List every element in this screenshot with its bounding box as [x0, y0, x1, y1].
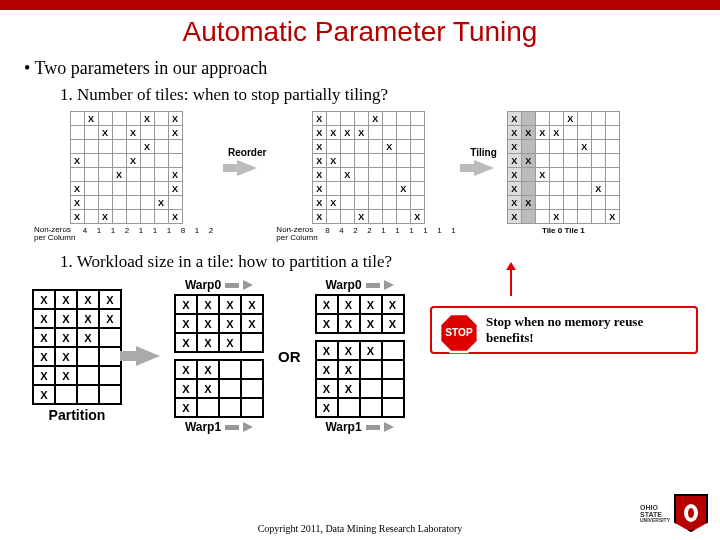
arrow-icon: [243, 422, 253, 432]
nonzeros-B: 8422111111: [320, 226, 460, 235]
slide-title: Automatic Parameter Tuning: [0, 16, 720, 48]
tile-labels: Tile 0 Tile 1: [542, 226, 585, 235]
matrix-C: XXXXXXXXXXXXXXXXXXX: [507, 111, 620, 224]
warp0-matrix-A: XXXXXXXXXXX: [174, 294, 264, 353]
or-label: OR: [278, 348, 301, 365]
osu-shield-icon: [674, 494, 708, 532]
arrow-icon: [384, 422, 394, 432]
warp0-label: Warp0: [185, 278, 221, 292]
matrix-C-block: XXXXXXXXXXXXXXXXXXX Tile 0 Tile 1: [507, 111, 620, 235]
matrix-B: XXXXXXXXXXXXXXXXXXX: [312, 111, 425, 224]
item-1: 1. Number of tiles: when to stop partial…: [60, 85, 696, 105]
warp1-label: Warp1: [185, 420, 221, 434]
warp0-label: Warp0: [325, 278, 361, 292]
stop-sign-icon: STOP: [438, 312, 480, 354]
header-bar: [0, 0, 720, 10]
partition-matrix: XXXXXXXXXXXXXXXX: [32, 289, 122, 405]
matrix-A: XXXXXXXXXXXXXXXXXX: [70, 111, 183, 224]
warp-option-A: Warp0 XXXXXXXXXXX XXXXX Warp1: [174, 278, 264, 434]
warp1-matrix-B: XXXXXXXX: [315, 340, 405, 418]
copyright-footer: Copyright 2011, Data Mining Research Lab…: [0, 523, 720, 534]
callout-text: Stop when no memory reuse benefits!: [486, 314, 690, 346]
bullet-main: Two parameters in our approach: [24, 58, 696, 79]
arrow-icon: [474, 160, 494, 176]
arrow-icon: [243, 280, 253, 290]
nonzeros-label: Non-zeros per Column: [34, 226, 78, 242]
reorder-arrow: Reorder: [228, 111, 266, 211]
tiling-label: Tiling: [470, 147, 496, 158]
arrow-icon: [237, 160, 257, 176]
reorder-label: Reorder: [228, 147, 266, 158]
arrow-icon: [384, 280, 394, 290]
warp0-matrix-B: XXXXXXXX: [315, 294, 405, 334]
diagram-tiling: XXXXXXXXXXXXXXXXXX Non-zeros per Column4…: [34, 111, 696, 242]
nonzeros-A: 4112111812: [78, 226, 218, 235]
warp1-matrix-A: XXXXX: [174, 359, 264, 418]
red-arrow-icon: [510, 268, 512, 296]
matrix-B-block: XXXXXXXXXXXXXXXXXXX Non-zeros per Column…: [276, 111, 460, 242]
partition-left: XXXXXXXXXXXXXXXX Partition: [32, 289, 122, 423]
partition-label: Partition: [49, 407, 106, 423]
nonzeros-label: Non-zeros per Column: [276, 226, 320, 242]
diagram-partition: XXXXXXXXXXXXXXXX Partition Warp0 XXXXXXX…: [32, 278, 696, 434]
callout-box: STOP Stop when no memory reuse benefits!: [430, 306, 698, 354]
warp-option-B: Warp0 XXXXXXXX XXXXXXXX Warp1: [315, 278, 405, 434]
item-2: 1. Workload size in a tile: how to parti…: [60, 252, 696, 272]
osu-logo-text: OHIO STATE UNIVERSITY: [640, 504, 670, 523]
matrix-A-block: XXXXXXXXXXXXXXXXXX Non-zeros per Column4…: [34, 111, 218, 242]
content: Two parameters in our approach 1. Number…: [0, 58, 720, 434]
arrow-icon: [136, 346, 160, 366]
osu-logo: OHIO STATE UNIVERSITY: [640, 494, 708, 532]
tiling-arrow: Tiling: [470, 111, 496, 211]
warp1-label: Warp1: [325, 420, 361, 434]
svg-text:STOP: STOP: [445, 327, 473, 338]
